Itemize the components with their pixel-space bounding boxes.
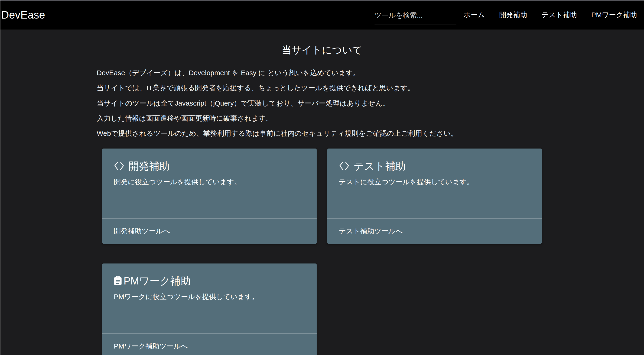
card-action-bar: 開発補助ツールへ <box>102 218 317 244</box>
brand-logo[interactable]: DevEase <box>1 8 45 21</box>
card-content: PMワーク補助 PMワークに役立つツールを提供しています。 <box>102 263 317 302</box>
nav-item-home[interactable]: ホーム <box>464 10 485 19</box>
code-icon <box>339 161 350 170</box>
card-description: 開発に役立つツールを提供しています。 <box>114 177 305 187</box>
card-content: テスト補助 テストに役立つツールを提供しています。 <box>327 148 542 187</box>
nav-link-dev-tools[interactable]: 開発補助 <box>499 11 527 19</box>
about-paragraph: 当サイトでは、IT業界で頑張る開発者を応援する、ちょっとしたツールを提供できれば… <box>97 83 548 93</box>
card-title: 開発補助 <box>128 159 170 172</box>
nav-link-test-tools[interactable]: テスト補助 <box>542 11 577 19</box>
card-action-bar: PMワーク補助ツールへ <box>102 333 317 355</box>
code-icon <box>114 161 124 170</box>
nav-links: ホーム 開発補助 テスト補助 PMワーク補助 <box>464 10 637 19</box>
nav-item-test-tools[interactable]: テスト補助 <box>542 10 577 19</box>
card-title: PMワーク補助 <box>124 275 191 287</box>
about-section: DevEase（デブイーズ）は、Development を Easy に という… <box>97 67 548 138</box>
card-title-row: テスト補助 <box>339 159 530 172</box>
card-row-1: 開発補助 開発に役立つツールを提供しています。 開発補助ツールへ <box>97 148 548 244</box>
nav-item-pm-tools[interactable]: PMワーク補助 <box>591 10 637 19</box>
search-input[interactable] <box>374 6 456 25</box>
card-gap <box>317 148 327 244</box>
main-content: 当サイトについて DevEase（デブイーズ）は、Development を E… <box>97 0 548 355</box>
card-description: テストに役立つツールを提供しています。 <box>339 177 530 187</box>
about-paragraph: 当サイトのツールは全てJavascript（jQuery）で実装しており、サーバ… <box>97 98 548 108</box>
page: DevEase ホーム 開発補助 テスト補助 PMワーク補助 当サイトについて … <box>0 0 644 355</box>
card-link-pm-tools[interactable]: PMワーク補助ツールへ <box>114 341 188 351</box>
nav-link-pm-tools[interactable]: PMワーク補助 <box>591 11 637 19</box>
page-title: 当サイトについて <box>97 43 548 57</box>
about-paragraph: Webで提供されるツールのため、業務利用する際は事前に社内のセキュリティ規則をご… <box>97 128 548 138</box>
nav-link-home[interactable]: ホーム <box>464 11 485 19</box>
card-title: テスト補助 <box>354 159 406 172</box>
card-title-row: PMワーク補助 <box>114 275 305 287</box>
nav-item-dev-tools[interactable]: 開発補助 <box>499 10 527 19</box>
top-navbar: DevEase ホーム 開発補助 テスト補助 PMワーク補助 <box>0 0 644 29</box>
search-field-wrap <box>374 6 456 25</box>
nav-right-group: ホーム 開発補助 テスト補助 PMワーク補助 <box>374 4 637 25</box>
card-title-row: 開発補助 <box>114 159 305 172</box>
about-paragraph: 入力した情報は画面遷移や画面更新時に破棄されます。 <box>97 113 548 123</box>
card-dev-tools: 開発補助 開発に役立つツールを提供しています。 開発補助ツールへ <box>102 148 317 244</box>
window-left-border <box>0 0 1 355</box>
clipboard-icon <box>114 276 122 285</box>
card-test-tools: テスト補助 テストに役立つツールを提供しています。 テスト補助ツールへ <box>327 148 542 244</box>
card-link-dev-tools[interactable]: 開発補助ツールへ <box>114 226 170 236</box>
card-row-2: PMワーク補助 PMワークに役立つツールを提供しています。 PMワーク補助ツール… <box>97 263 548 355</box>
about-paragraph: DevEase（デブイーズ）は、Development を Easy に という… <box>97 67 548 78</box>
window-top-border <box>0 0 644 1</box>
card-description: PMワークに役立つツールを提供しています。 <box>114 292 305 302</box>
card-pm-tools: PMワーク補助 PMワークに役立つツールを提供しています。 PMワーク補助ツール… <box>102 263 317 355</box>
card-content: 開発補助 開発に役立つツールを提供しています。 <box>102 148 317 187</box>
card-link-test-tools[interactable]: テスト補助ツールへ <box>339 226 403 236</box>
card-action-bar: テスト補助ツールへ <box>327 218 542 244</box>
